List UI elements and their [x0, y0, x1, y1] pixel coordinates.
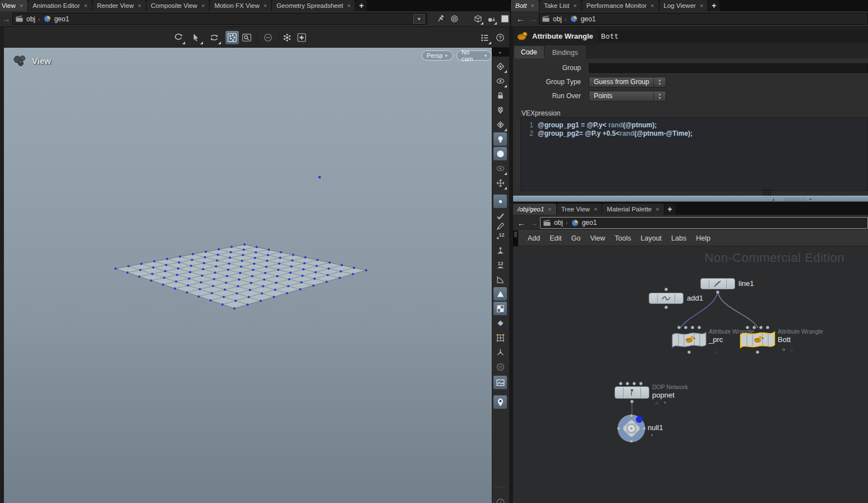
- camera-select-button[interactable]: No cam ▾: [456, 50, 492, 61]
- show-handles-icon[interactable]: [493, 176, 507, 190]
- new-tab-button[interactable]: +: [708, 0, 719, 11]
- tab-performance-monitor[interactable]: Performance Monitor ×: [582, 0, 659, 11]
- menu-scrollbar[interactable]: [513, 230, 518, 246]
- pin-pane-icon[interactable]: [435, 13, 446, 25]
- node-input-dot[interactable]: [698, 326, 701, 329]
- tab-render-view[interactable]: Render View ×: [93, 0, 146, 11]
- spinner-icon[interactable]: ▲▼: [653, 77, 666, 87]
- viewport-info-icon[interactable]: i: [493, 496, 507, 503]
- forward-arrow-icon[interactable]: →: [528, 218, 540, 228]
- no-lighting-icon[interactable]: [493, 103, 507, 117]
- group-locations-icon[interactable]: [493, 395, 507, 409]
- node-input-dot[interactable]: [684, 326, 687, 329]
- view-layout-icon[interactable]: [493, 59, 507, 73]
- node-input-dot[interactable]: [766, 326, 769, 329]
- viewport-masthead[interactable]: View: [13, 54, 51, 67]
- close-icon[interactable]: ×: [548, 206, 551, 213]
- node-input-dot[interactable]: [759, 326, 763, 329]
- pane-edge-splitter[interactable]: [0, 27, 4, 503]
- smooth-shading-icon[interactable]: [493, 147, 507, 160]
- transparency-icon[interactable]: [493, 302, 507, 315]
- visibility-icon[interactable]: [493, 74, 507, 87]
- breadcrumb-geo1[interactable]: geo1: [54, 15, 70, 23]
- new-tab-button[interactable]: +: [355, 0, 367, 11]
- path-dropdown-button[interactable]: ▾: [413, 14, 424, 24]
- pane-splitter-vertical[interactable]: [509, 27, 513, 503]
- render-flipbook-icon[interactable]: [280, 31, 294, 44]
- template-flag-icon[interactable]: [781, 347, 787, 353]
- node-line1[interactable]: [700, 278, 735, 289]
- close-icon[interactable]: ×: [655, 206, 659, 213]
- select-tool-icon[interactable]: [190, 31, 203, 44]
- splitter-grip[interactable]: [784, 198, 806, 201]
- node-input-dot[interactable]: [746, 326, 749, 329]
- display-particles-icon[interactable]: [493, 316, 507, 330]
- particle-axes-icon[interactable]: [493, 345, 507, 359]
- tab-geometry-spreadsheet[interactable]: Geometry Spreadsheet ×: [272, 0, 355, 11]
- profile-curves-icon[interactable]: [493, 273, 507, 286]
- node-name-label[interactable]: Bott: [778, 335, 791, 344]
- close-icon[interactable]: ×: [264, 3, 267, 9]
- visualizers-icon[interactable]: [493, 360, 507, 373]
- shading-mode-icon[interactable]: [486, 13, 497, 25]
- close-icon[interactable]: ×: [650, 3, 654, 9]
- camera-projection-button[interactable]: Persp ▾: [422, 50, 453, 61]
- shaded-primitives-icon[interactable]: [493, 287, 507, 301]
- menu-view[interactable]: View: [590, 234, 605, 242]
- forward-arrow-icon[interactable]: →: [0, 14, 12, 24]
- breadcrumb-obj[interactable]: obj: [26, 15, 35, 23]
- ring-badge-icon[interactable]: [662, 400, 668, 405]
- breadcrumb-geo1[interactable]: geo1: [581, 15, 596, 23]
- breadcrumb-obj[interactable]: obj: [553, 15, 562, 23]
- node-null1[interactable]: [617, 414, 646, 443]
- node-output-dot[interactable]: [630, 400, 634, 403]
- node-output-dot[interactable]: [664, 306, 668, 309]
- geometry-display-icon[interactable]: [472, 13, 483, 25]
- tab-animation-editor[interactable]: Animation Editor ×: [28, 0, 92, 11]
- help-icon[interactable]: ?: [493, 31, 507, 44]
- point-numbers-icon[interactable]: 12: [493, 229, 507, 242]
- tab-code[interactable]: Code: [514, 46, 544, 58]
- group-input[interactable]: [589, 63, 868, 73]
- node-input-dot[interactable]: [639, 382, 643, 385]
- network-canvas[interactable]: Non-Commercial Edition line1: [513, 246, 868, 503]
- close-icon[interactable]: ×: [700, 3, 703, 9]
- node-name-label[interactable]: _prc: [709, 335, 723, 344]
- primitive-numbers-icon[interactable]: 12: [493, 258, 507, 271]
- node-input-dot[interactable]: [752, 326, 756, 329]
- node-name-field[interactable]: Bott: [598, 30, 868, 42]
- tab-tree-view[interactable]: Tree View ×: [557, 204, 602, 215]
- node-name-label[interactable]: null1: [648, 423, 663, 432]
- attribwrangle-node-icon[interactable]: [516, 30, 528, 41]
- tab-composite-view[interactable]: Composite View ×: [146, 0, 209, 11]
- node-input-dot[interactable]: [691, 326, 694, 329]
- node-bott-selected[interactable]: [740, 329, 775, 349]
- group-type-dropdown[interactable]: Guess from Group ▲▼: [589, 77, 666, 87]
- show-guides-icon[interactable]: [493, 161, 507, 175]
- node-output-dot[interactable]: [716, 290, 719, 294]
- box-zoom-icon[interactable]: [240, 31, 253, 44]
- node-name-label[interactable]: line1: [738, 279, 754, 288]
- new-tab-button[interactable]: +: [664, 204, 676, 215]
- back-arrow-icon[interactable]: ←: [515, 218, 528, 228]
- display-points-icon[interactable]: [493, 195, 507, 208]
- tab-motion-fx-view[interactable]: Motion FX View ×: [210, 0, 271, 11]
- follow-target-icon[interactable]: [449, 13, 460, 25]
- close-icon[interactable]: ×: [201, 3, 205, 9]
- close-icon[interactable]: ×: [138, 3, 141, 9]
- forward-arrow-icon[interactable]: →: [527, 14, 539, 24]
- tab-obj-geo1[interactable]: /obj/geo1 ×: [513, 204, 556, 215]
- tab-log-viewer[interactable]: Log Viewer ×: [659, 0, 708, 11]
- tab-bindings[interactable]: Bindings: [545, 46, 585, 58]
- ring-badge-icon[interactable]: [649, 432, 655, 438]
- path-breadcrumb[interactable]: obj › geo1: [539, 13, 868, 25]
- color-swatch-icon[interactable]: [499, 13, 510, 25]
- select-points-icon[interactable]: [225, 31, 239, 44]
- splitter-down-icon[interactable]: ▼: [809, 197, 812, 201]
- output-flag-icon[interactable]: [653, 400, 660, 405]
- uv-overlay-icon[interactable]: [493, 331, 507, 344]
- pane-splitter-horizontal[interactable]: ▲ ▼: [513, 196, 868, 202]
- close-icon[interactable]: ×: [594, 206, 597, 213]
- point-normals-icon[interactable]: [493, 243, 507, 257]
- menu-add[interactable]: Add: [528, 234, 540, 242]
